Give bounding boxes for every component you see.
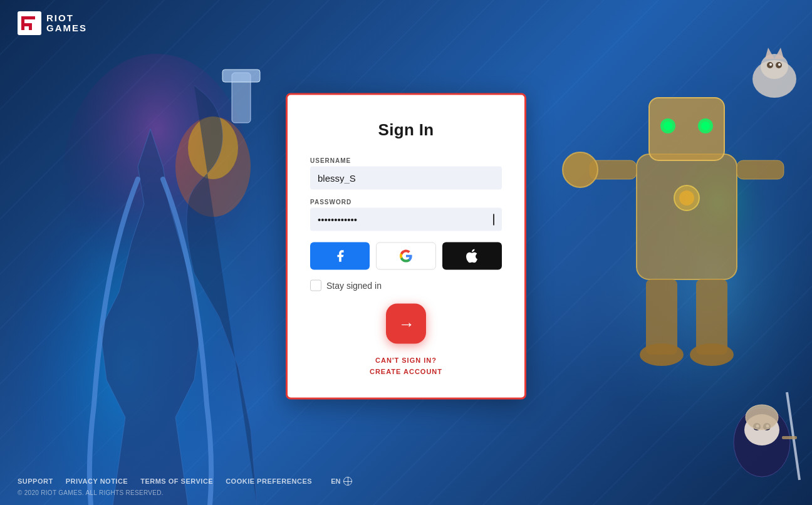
google-signin-button[interactable] xyxy=(376,242,435,270)
username-label: USERNAME xyxy=(310,157,502,164)
footer: SUPPORT PRIVACY NOTICE TERMS OF SERVICE … xyxy=(0,468,812,505)
password-cursor xyxy=(493,214,494,225)
facebook-signin-button[interactable] xyxy=(310,242,370,270)
svg-point-39 xyxy=(778,63,781,66)
login-card: Sign In USERNAME PASSWORD xyxy=(286,93,526,400)
footer-copyright: © 2020 RIOT GAMES. ALL RIGHTS RESERVED. xyxy=(18,489,794,496)
username-field-group: USERNAME xyxy=(310,157,502,190)
svg-point-38 xyxy=(769,63,772,66)
social-row xyxy=(310,242,502,270)
logo-icon xyxy=(18,11,41,35)
footer-privacy-link[interactable]: PRIVACY NOTICE xyxy=(66,477,128,485)
svg-rect-5 xyxy=(222,70,260,82)
bottom-links: CAN'T SIGN IN? CREATE ACCOUNT xyxy=(310,357,502,375)
svg-rect-8 xyxy=(637,154,737,279)
svg-point-22 xyxy=(679,190,694,206)
character-right xyxy=(499,29,812,505)
svg-point-33 xyxy=(761,54,788,79)
svg-point-20 xyxy=(690,343,734,366)
footer-support-link[interactable]: SUPPORT xyxy=(18,477,53,485)
svg-point-13 xyxy=(701,122,710,130)
password-label: PASSWORD xyxy=(310,199,502,206)
footer-cookie-link[interactable]: COOKIE PREFERENCES xyxy=(226,477,312,485)
footer-lang-text: EN xyxy=(331,477,340,485)
svg-point-16 xyxy=(563,152,598,187)
logo-text: RIOT GAMES xyxy=(46,13,87,34)
submit-button[interactable]: → xyxy=(386,304,426,344)
svg-rect-31 xyxy=(782,436,797,439)
character-left xyxy=(0,54,301,505)
svg-marker-35 xyxy=(774,48,784,59)
password-input[interactable] xyxy=(310,208,502,231)
svg-point-12 xyxy=(664,122,672,130)
globe-icon xyxy=(343,477,352,486)
cant-sign-in-link[interactable]: CAN'T SIGN IN? xyxy=(310,357,502,364)
svg-rect-9 xyxy=(649,98,724,160)
footer-language-selector[interactable]: EN xyxy=(331,477,352,486)
login-card-wrapper: Sign In USERNAME PASSWORD xyxy=(286,93,526,400)
apple-signin-button[interactable] xyxy=(442,242,502,270)
password-wrapper xyxy=(310,208,502,231)
stay-signed-in-checkbox[interactable] xyxy=(310,280,321,291)
logo-line1: RIOT xyxy=(46,13,87,24)
footer-links: SUPPORT PRIVACY NOTICE TERMS OF SERVICE … xyxy=(18,477,794,486)
logo-line2: GAMES xyxy=(46,23,87,34)
svg-rect-44 xyxy=(29,23,32,30)
create-account-link[interactable]: CREATE ACCOUNT xyxy=(310,368,502,375)
svg-rect-42 xyxy=(21,16,35,19)
google-icon xyxy=(399,249,413,263)
submit-row: → xyxy=(310,304,502,344)
sign-in-title: Sign In xyxy=(310,120,502,140)
stay-signed-in-label: Stay signed in xyxy=(326,281,382,291)
footer-terms-link[interactable]: TERMS OF SERVICE xyxy=(140,477,213,485)
facebook-icon xyxy=(333,249,347,263)
arrow-right-icon: → xyxy=(398,314,415,333)
logo: RIOT GAMES xyxy=(18,11,87,35)
password-field-group: PASSWORD xyxy=(310,199,502,231)
svg-point-19 xyxy=(640,343,684,366)
svg-marker-34 xyxy=(765,48,774,59)
stay-signed-in-row: Stay signed in xyxy=(310,280,502,291)
apple-icon xyxy=(466,249,478,263)
username-input[interactable] xyxy=(310,167,502,190)
svg-point-29 xyxy=(746,405,778,430)
svg-rect-15 xyxy=(737,160,784,179)
